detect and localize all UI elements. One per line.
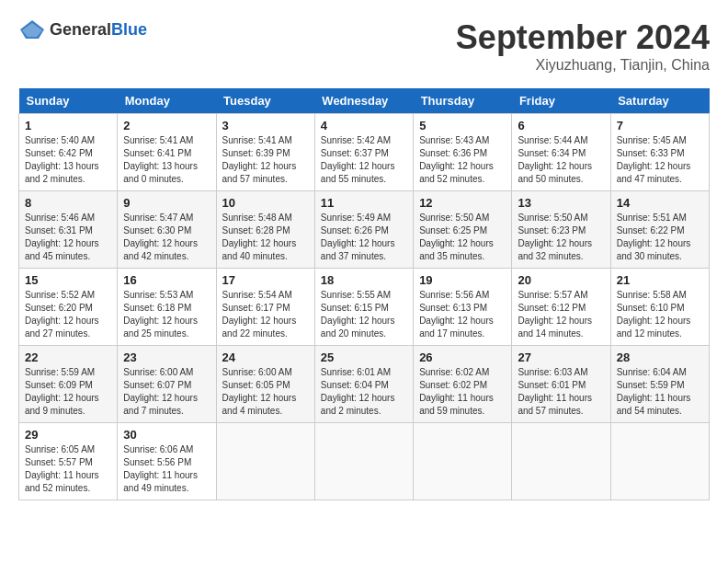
table-row: 6Sunrise: 5:44 AM Sunset: 6:34 PM Daylig… [512,114,610,191]
calendar-week-row: 1Sunrise: 5:40 AM Sunset: 6:42 PM Daylig… [19,114,710,191]
day-number: 26 [419,350,506,364]
table-row: 2Sunrise: 5:41 AM Sunset: 6:41 PM Daylig… [118,114,216,191]
header-saturday: Saturday [610,88,709,114]
table-row [216,423,314,500]
day-info: Sunrise: 6:03 AM Sunset: 6:01 PM Dayligh… [518,366,604,418]
day-info: Sunrise: 5:42 AM Sunset: 6:37 PM Dayligh… [321,134,407,186]
table-row: 22Sunrise: 5:59 AM Sunset: 6:09 PM Dayli… [19,346,118,423]
day-number: 4 [321,119,407,132]
table-row: 26Sunrise: 6:02 AM Sunset: 6:02 PM Dayli… [414,346,512,423]
table-row: 14Sunrise: 5:51 AM Sunset: 6:22 PM Dayli… [610,191,709,269]
table-row: 21Sunrise: 5:58 AM Sunset: 6:10 PM Dayli… [610,269,709,346]
table-row: 9Sunrise: 5:47 AM Sunset: 6:30 PM Daylig… [118,191,216,269]
day-number: 19 [419,273,506,287]
day-info: Sunrise: 6:01 AM Sunset: 6:04 PM Dayligh… [321,366,407,418]
day-number: 21 [617,273,703,287]
header-wednesday: Wednesday [314,88,413,114]
day-info: Sunrise: 5:47 AM Sunset: 6:30 PM Dayligh… [123,212,210,263]
day-number: 22 [25,350,111,364]
table-row: 1Sunrise: 5:40 AM Sunset: 6:42 PM Daylig… [19,114,118,191]
header-thursday: Thursday [414,88,512,114]
day-number: 20 [518,273,604,287]
day-info: Sunrise: 5:40 AM Sunset: 6:42 PM Dayligh… [25,134,111,186]
day-info: Sunrise: 6:00 AM Sunset: 6:05 PM Dayligh… [222,366,309,418]
logo-blue: Blue [111,20,147,39]
table-row: 8Sunrise: 5:46 AM Sunset: 6:31 PM Daylig… [19,191,118,269]
day-number: 28 [617,350,703,364]
page-header: GeneralBlue September 2024 Xiyuzhuang, T… [18,18,710,74]
logo: GeneralBlue [18,18,147,40]
day-number: 16 [123,273,210,287]
day-info: Sunrise: 5:50 AM Sunset: 6:25 PM Dayligh… [419,212,506,263]
day-info: Sunrise: 5:57 AM Sunset: 6:12 PM Dayligh… [518,289,604,340]
calendar-week-row: 22Sunrise: 5:59 AM Sunset: 6:09 PM Dayli… [19,346,710,423]
day-number: 10 [222,196,309,210]
calendar-week-row: 29Sunrise: 6:05 AM Sunset: 5:57 PM Dayli… [19,423,710,500]
calendar-table: Sunday Monday Tuesday Wednesday Thursday… [18,88,710,500]
day-info: Sunrise: 5:46 AM Sunset: 6:31 PM Dayligh… [25,212,111,263]
day-info: Sunrise: 5:58 AM Sunset: 6:10 PM Dayligh… [617,289,703,340]
day-info: Sunrise: 6:04 AM Sunset: 5:59 PM Dayligh… [617,366,703,418]
table-row: 23Sunrise: 6:00 AM Sunset: 6:07 PM Dayli… [118,346,216,423]
table-row [610,423,709,500]
table-row: 13Sunrise: 5:50 AM Sunset: 6:23 PM Dayli… [512,191,610,269]
table-row: 16Sunrise: 5:53 AM Sunset: 6:18 PM Dayli… [118,269,216,346]
day-info: Sunrise: 6:00 AM Sunset: 6:07 PM Dayligh… [123,366,210,418]
day-info: Sunrise: 5:50 AM Sunset: 6:23 PM Dayligh… [518,212,604,263]
day-info: Sunrise: 5:48 AM Sunset: 6:28 PM Dayligh… [222,212,309,263]
day-info: Sunrise: 5:56 AM Sunset: 6:13 PM Dayligh… [419,289,506,340]
day-number: 15 [25,273,111,287]
calendar-header-row: Sunday Monday Tuesday Wednesday Thursday… [19,88,710,114]
title-section: September 2024 Xiyuzhuang, Tianjin, Chin… [456,18,710,74]
day-number: 29 [25,428,111,442]
day-info: Sunrise: 5:59 AM Sunset: 6:09 PM Dayligh… [25,366,111,418]
day-number: 27 [518,350,604,364]
day-info: Sunrise: 5:41 AM Sunset: 6:39 PM Dayligh… [222,134,309,186]
table-row: 5Sunrise: 5:43 AM Sunset: 6:36 PM Daylig… [414,114,512,191]
table-row: 25Sunrise: 6:01 AM Sunset: 6:04 PM Dayli… [314,346,413,423]
day-info: Sunrise: 5:41 AM Sunset: 6:41 PM Dayligh… [123,134,210,186]
day-info: Sunrise: 5:54 AM Sunset: 6:17 PM Dayligh… [222,289,309,340]
table-row: 3Sunrise: 5:41 AM Sunset: 6:39 PM Daylig… [216,114,314,191]
day-info: Sunrise: 5:45 AM Sunset: 6:33 PM Dayligh… [617,134,703,186]
day-info: Sunrise: 6:06 AM Sunset: 5:56 PM Dayligh… [123,443,210,495]
table-row: 28Sunrise: 6:04 AM Sunset: 5:59 PM Dayli… [610,346,709,423]
calendar-week-row: 15Sunrise: 5:52 AM Sunset: 6:20 PM Dayli… [19,269,710,346]
table-row: 11Sunrise: 5:49 AM Sunset: 6:26 PM Dayli… [314,191,413,269]
logo-text: GeneralBlue [50,20,147,40]
day-number: 1 [25,119,111,132]
day-number: 18 [321,273,407,287]
day-number: 17 [222,273,309,287]
header-tuesday: Tuesday [216,88,314,114]
table-row: 12Sunrise: 5:50 AM Sunset: 6:25 PM Dayli… [414,191,512,269]
table-row: 17Sunrise: 5:54 AM Sunset: 6:17 PM Dayli… [216,269,314,346]
day-number: 6 [518,119,604,132]
table-row: 20Sunrise: 5:57 AM Sunset: 6:12 PM Dayli… [512,269,610,346]
day-info: Sunrise: 5:49 AM Sunset: 6:26 PM Dayligh… [321,212,407,263]
day-info: Sunrise: 5:55 AM Sunset: 6:15 PM Dayligh… [321,289,407,340]
day-number: 8 [25,196,111,210]
table-row: 19Sunrise: 5:56 AM Sunset: 6:13 PM Dayli… [414,269,512,346]
calendar-week-row: 8Sunrise: 5:46 AM Sunset: 6:31 PM Daylig… [19,191,710,269]
day-number: 5 [419,119,506,132]
day-number: 7 [617,119,703,132]
table-row: 18Sunrise: 5:55 AM Sunset: 6:15 PM Dayli… [314,269,413,346]
day-number: 3 [222,119,309,132]
day-number: 14 [617,196,703,210]
day-number: 24 [222,350,309,364]
day-info: Sunrise: 6:05 AM Sunset: 5:57 PM Dayligh… [25,443,111,495]
day-info: Sunrise: 5:51 AM Sunset: 6:22 PM Dayligh… [617,212,703,263]
day-info: Sunrise: 5:44 AM Sunset: 6:34 PM Dayligh… [518,134,604,186]
table-row: 27Sunrise: 6:03 AM Sunset: 6:01 PM Dayli… [512,346,610,423]
table-row: 29Sunrise: 6:05 AM Sunset: 5:57 PM Dayli… [19,423,118,500]
table-row: 30Sunrise: 6:06 AM Sunset: 5:56 PM Dayli… [118,423,216,500]
day-number: 13 [518,196,604,210]
table-row: 10Sunrise: 5:48 AM Sunset: 6:28 PM Dayli… [216,191,314,269]
header-monday: Monday [118,88,216,114]
day-number: 9 [123,196,210,210]
header-sunday: Sunday [19,88,118,114]
day-number: 12 [419,196,506,210]
day-number: 2 [123,119,210,132]
table-row: 24Sunrise: 6:00 AM Sunset: 6:05 PM Dayli… [216,346,314,423]
logo-general: General [50,20,111,39]
